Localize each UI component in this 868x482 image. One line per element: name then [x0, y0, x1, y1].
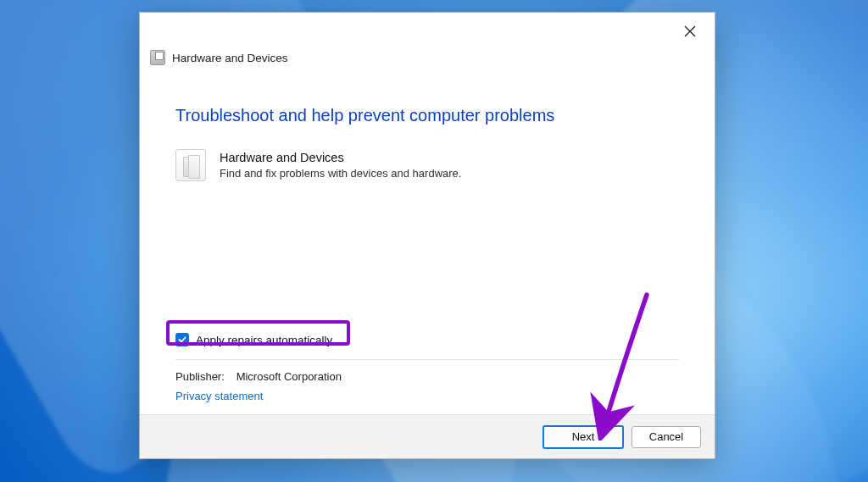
dialog-content: Troubleshoot and help prevent computer p… — [140, 82, 715, 414]
privacy-statement-link[interactable]: Privacy statement — [175, 390, 679, 402]
apply-repairs-checkbox-row[interactable]: Apply repairs automatically — [171, 329, 339, 351]
checkbox-label: Apply repairs automatically — [196, 334, 332, 346]
window-title: Hardware and Devices — [172, 52, 288, 64]
detail-description: Find and fix problems with devices and h… — [220, 167, 461, 180]
apply-repairs-checkbox[interactable] — [175, 333, 189, 346]
close-button[interactable] — [677, 19, 703, 44]
troubleshooter-dialog: Hardware and Devices Troubleshoot and he… — [139, 12, 715, 459]
dialog-footer: Next Cancel — [140, 414, 715, 458]
separator — [175, 359, 679, 360]
publisher-value: Microsoft Corporation — [236, 370, 342, 383]
titlebar — [140, 13, 715, 50]
close-icon — [684, 25, 696, 37]
troubleshooter-detail: Hardware and Devices Find and fix proble… — [175, 149, 679, 181]
window-header: Hardware and Devices — [140, 50, 715, 82]
publisher-label: Publisher: — [175, 370, 233, 383]
next-button[interactable]: Next — [542, 425, 624, 449]
detail-title: Hardware and Devices — [220, 151, 461, 164]
cancel-button[interactable]: Cancel — [632, 426, 701, 448]
main-heading: Troubleshoot and help prevent computer p… — [175, 106, 679, 125]
hardware-icon — [175, 149, 206, 181]
checkmark-icon — [178, 335, 186, 344]
detail-text: Hardware and Devices Find and fix proble… — [220, 149, 461, 180]
troubleshooter-icon — [150, 50, 165, 65]
publisher-row: Publisher: Microsoft Corporation — [175, 370, 679, 383]
